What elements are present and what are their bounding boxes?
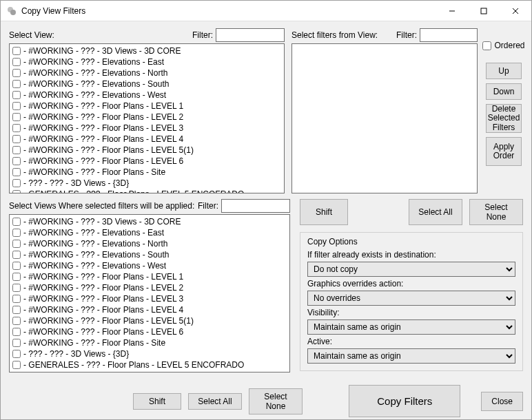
target-select-none-button[interactable]: Select None xyxy=(249,388,303,414)
list-item-checkbox[interactable] xyxy=(12,273,21,281)
list-item-checkbox[interactable] xyxy=(12,168,21,176)
minimize-button[interactable] xyxy=(436,1,468,21)
list-item-checkbox[interactable] xyxy=(12,317,21,325)
list-item[interactable]: - #WORKING - ??? - Floor Plans - LEVEL 4 xyxy=(11,134,283,145)
list-item[interactable]: - #WORKING - ??? - Floor Plans - LEVEL 2 xyxy=(11,112,283,123)
list-item-checkbox[interactable] xyxy=(12,229,21,237)
filters-list[interactable] xyxy=(291,43,478,193)
list-item-label: - GENERALES - ??? - Floor Plans - LEVEL … xyxy=(23,189,244,193)
target-views-list[interactable]: - #WORKING - ??? - 3D Views - 3D CORE - … xyxy=(9,214,290,372)
list-item-checkbox[interactable] xyxy=(12,179,21,187)
list-item[interactable]: - #WORKING - ??? - 3D Views - 3D CORE xyxy=(11,45,283,56)
copy-filters-button[interactable]: Copy Filters xyxy=(349,385,460,417)
list-item[interactable]: - #WORKING - ??? - 3D Views - 3D CORE xyxy=(11,216,288,227)
apply-order-button[interactable]: Apply Order xyxy=(486,137,522,166)
list-item-label: - #WORKING - ??? - Floor Plans - Site xyxy=(23,167,165,177)
up-button[interactable]: Up xyxy=(486,63,522,79)
footer: Shift Select All Select None Copy Filter… xyxy=(9,378,523,417)
list-item[interactable]: - #WORKING - ??? - Floor Plans - LEVEL 3 xyxy=(11,293,288,304)
list-item-checkbox[interactable] xyxy=(12,262,21,270)
list-item-label: - #WORKING - ??? - Elevations - North xyxy=(23,68,167,78)
list-item-checkbox[interactable] xyxy=(12,69,21,77)
list-item[interactable]: - #WORKING - ??? - Elevations - North xyxy=(11,67,283,78)
list-item[interactable]: - #WORKING - ??? - Floor Plans - LEVEL 4 xyxy=(11,304,288,315)
close-window-button[interactable] xyxy=(500,1,531,21)
ordered-check-wrap[interactable]: Ordered xyxy=(482,41,524,50)
list-item-label: - #WORKING - ??? - Elevations - West xyxy=(23,90,166,100)
list-item-checkbox[interactable] xyxy=(12,339,21,347)
list-item-checkbox[interactable] xyxy=(12,102,21,110)
list-item[interactable]: - #WORKING - ??? - Floor Plans - LEVEL 1 xyxy=(11,271,288,282)
list-item[interactable]: - #WORKING - ??? - Elevations - North xyxy=(11,238,288,249)
list-item-checkbox[interactable] xyxy=(12,47,21,55)
target-filter-input[interactable] xyxy=(221,199,290,213)
down-button[interactable]: Down xyxy=(486,83,522,100)
exists-select[interactable]: Do not copy xyxy=(307,262,515,277)
svg-point-1 xyxy=(10,10,16,15)
list-item-label: - #WORKING - ??? - Elevations - West xyxy=(23,261,166,271)
list-item[interactable]: - #WORKING - ??? - Elevations - West xyxy=(11,260,288,271)
copy-options-title: Copy Options xyxy=(307,237,515,246)
list-item-checkbox[interactable] xyxy=(12,328,21,336)
list-item-label: - #WORKING - ??? - Elevations - South xyxy=(23,250,169,260)
list-item-label: - #WORKING - ??? - Floor Plans - LEVEL 6 xyxy=(23,156,183,166)
list-item-label: - #WORKING - ??? - Floor Plans - LEVEL 5… xyxy=(23,145,194,155)
list-item-checkbox[interactable] xyxy=(12,240,21,248)
bottom-row: Select Views Where selected filters will… xyxy=(9,199,523,372)
list-item[interactable]: - #WORKING - ??? - Floor Plans - Site xyxy=(11,337,288,348)
list-item-checkbox[interactable] xyxy=(12,124,21,132)
list-item[interactable]: - GENERALES - ??? - Floor Plans - LEVEL … xyxy=(11,359,288,370)
list-item-checkbox[interactable] xyxy=(12,350,21,358)
filters-select-none-button[interactable]: Select None xyxy=(469,199,523,225)
list-item-checkbox[interactable] xyxy=(12,113,21,121)
active-select[interactable]: Maintain same as origin xyxy=(307,348,515,364)
list-item-checkbox[interactable] xyxy=(12,295,21,303)
list-item-checkbox[interactable] xyxy=(12,361,21,369)
list-item[interactable]: - #WORKING - ??? - Elevations - East xyxy=(11,227,288,238)
source-views-list[interactable]: - #WORKING - ??? - 3D Views - 3D CORE - … xyxy=(9,43,285,193)
maximize-button[interactable] xyxy=(468,1,500,21)
list-item[interactable]: - #WORKING - ??? - Elevations - South xyxy=(11,78,283,90)
graphics-select[interactable]: No overrides xyxy=(307,291,515,306)
visibility-select[interactable]: Maintain same as origin xyxy=(307,319,515,335)
filters-select-all-button[interactable]: Select All xyxy=(409,199,462,225)
list-item[interactable]: - ??? - ??? - 3D Views - {3D} xyxy=(11,178,283,189)
filters-from-view-panel: Select filters from View: Filter: xyxy=(291,28,478,193)
list-item-label: - #WORKING - ??? - Floor Plans - LEVEL 1 xyxy=(23,101,183,111)
list-item[interactable]: - GENERALES - ??? - Floor Plans - LEVEL … xyxy=(11,189,283,193)
list-item-checkbox[interactable] xyxy=(12,284,21,292)
target-select-all-button[interactable]: Select All xyxy=(188,393,242,410)
list-item-checkbox[interactable] xyxy=(12,80,21,88)
list-item[interactable]: - #WORKING - ??? - Floor Plans - LEVEL 6 xyxy=(11,156,283,167)
list-item-checkbox[interactable] xyxy=(12,146,21,154)
list-item[interactable]: - #WORKING - ??? - Floor Plans - LEVEL 6 xyxy=(11,326,288,337)
list-item[interactable]: - ??? - ??? - 3D Views - {3D} xyxy=(11,348,288,359)
filters-shift-button[interactable]: Shift xyxy=(300,199,348,225)
close-button[interactable]: Close xyxy=(481,392,523,411)
list-item[interactable]: - #WORKING - ??? - Floor Plans - LEVEL 1 xyxy=(11,101,283,112)
ordered-checkbox[interactable] xyxy=(482,41,491,50)
list-item-checkbox[interactable] xyxy=(12,91,21,99)
filters-filter-input[interactable] xyxy=(420,28,478,42)
list-item-label: - #WORKING - ??? - Floor Plans - LEVEL 3 xyxy=(23,123,183,133)
delete-selected-filters-button[interactable]: Delete Selected Filters xyxy=(486,104,522,133)
side-column: Ordered Up Down Delete Selected Filters … xyxy=(484,28,523,193)
source-filter-input[interactable] xyxy=(216,28,285,42)
list-item[interactable]: - #WORKING - ??? - Floor Plans - Site xyxy=(11,167,283,178)
list-item-checkbox[interactable] xyxy=(12,190,21,193)
list-item[interactable]: - #WORKING - ??? - Floor Plans - LEVEL 3 xyxy=(11,123,283,134)
list-item-checkbox[interactable] xyxy=(12,157,21,165)
list-item[interactable]: - #WORKING - ??? - Floor Plans - LEVEL 5… xyxy=(11,315,288,326)
list-item[interactable]: - #WORKING - ??? - Elevations - South xyxy=(11,249,288,260)
target-shift-button[interactable]: Shift xyxy=(133,393,181,410)
list-item-checkbox[interactable] xyxy=(12,135,21,143)
list-item-checkbox[interactable] xyxy=(12,251,21,259)
list-item[interactable]: - #WORKING - ??? - Floor Plans - LEVEL 5… xyxy=(11,145,283,156)
list-item-checkbox[interactable] xyxy=(12,218,21,226)
list-item[interactable]: - #WORKING - ??? - Elevations - East xyxy=(11,56,283,67)
list-item-checkbox[interactable] xyxy=(12,58,21,66)
list-item[interactable]: - #WORKING - ??? - Floor Plans - LEVEL 2 xyxy=(11,282,288,293)
list-item[interactable]: - #WORKING - ??? - Elevations - West xyxy=(11,90,283,101)
list-item-checkbox[interactable] xyxy=(12,306,21,314)
list-item-label: - #WORKING - ??? - Floor Plans - LEVEL 1 xyxy=(23,272,183,282)
